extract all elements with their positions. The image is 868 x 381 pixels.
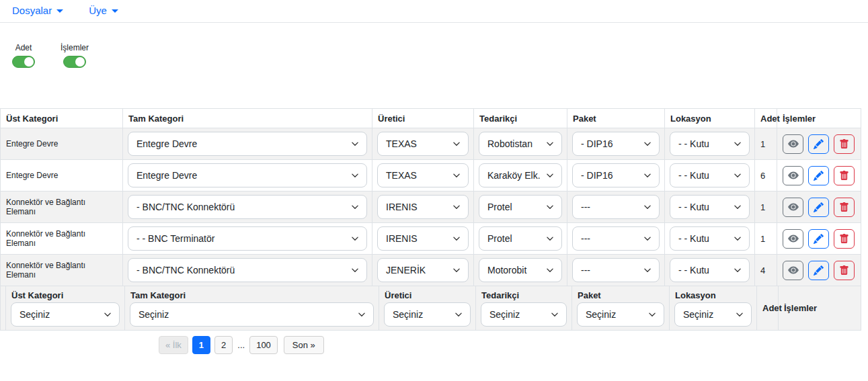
uretici-select[interactable]: TEXAS bbox=[377, 163, 469, 187]
lokasyon-select[interactable]: - - Kutu bbox=[670, 132, 750, 156]
nav-item-dosyalar[interactable]: Dosyalar bbox=[12, 5, 63, 16]
toggle-bar: Adet İşlemler bbox=[12, 43, 868, 68]
chevron-down-icon bbox=[648, 310, 656, 319]
chevron-down-icon bbox=[351, 235, 359, 243]
adet-toggle-switch[interactable] bbox=[12, 56, 35, 68]
delete-button[interactable] bbox=[834, 198, 855, 217]
tam-kategori-select[interactable]: - BNC/TNC Konnektörü bbox=[128, 195, 367, 219]
edit-button[interactable] bbox=[808, 134, 829, 154]
chevron-down-icon bbox=[546, 203, 554, 211]
chevron-down-icon bbox=[546, 140, 554, 148]
table-row: Konnektör ve Bağlantı Elemanı - BNC/TNC … bbox=[1, 255, 861, 286]
filter-ust-kategori-select[interactable]: Seçiniz bbox=[11, 302, 120, 327]
lokasyon-select-value: - - Kutu bbox=[678, 265, 709, 276]
tedarikci-select[interactable]: Protel bbox=[479, 226, 562, 251]
delete-button[interactable] bbox=[834, 229, 855, 249]
uretici-select-value: IRENIS bbox=[386, 202, 418, 212]
nav-item-uye[interactable]: Üye bbox=[89, 5, 118, 16]
filter-label-tedarikci: Tedarikçi bbox=[476, 286, 571, 302]
islemler-toggle-switch[interactable] bbox=[63, 56, 86, 68]
row-actions bbox=[783, 134, 855, 154]
edit-button[interactable] bbox=[808, 198, 829, 217]
lokasyon-select-value: - - Kutu bbox=[678, 202, 709, 212]
adet-cell: 4 bbox=[755, 255, 777, 286]
pencil-icon bbox=[814, 265, 824, 276]
paket-select[interactable]: --- bbox=[572, 195, 660, 219]
delete-button[interactable] bbox=[834, 261, 855, 280]
pencil-icon bbox=[814, 234, 824, 244]
lokasyon-select[interactable]: - - Kutu bbox=[670, 258, 750, 282]
view-button[interactable] bbox=[783, 198, 803, 217]
lokasyon-select-value: - - Kutu bbox=[678, 138, 709, 149]
pagination-page-1-button[interactable]: 1 bbox=[192, 336, 210, 354]
filter-select-value: Seçiniz bbox=[489, 309, 520, 320]
eye-icon bbox=[788, 170, 799, 181]
tedarikci-select[interactable]: Protel bbox=[479, 195, 562, 219]
navbar: Dosyalar Üye bbox=[0, 0, 868, 23]
view-button[interactable] bbox=[783, 229, 803, 249]
eye-icon bbox=[788, 233, 799, 244]
table-row: Konnektör ve Bağlantı Elemanı - BNC/TNC … bbox=[1, 192, 861, 223]
view-button[interactable] bbox=[783, 261, 803, 280]
tam-kategori-select-value: - BNC/TNC Konnektörü bbox=[136, 265, 235, 276]
chevron-down-icon bbox=[452, 266, 461, 274]
filter-paket-select[interactable]: Seçiniz bbox=[577, 302, 664, 327]
row-actions bbox=[783, 261, 855, 280]
view-button[interactable] bbox=[783, 166, 803, 185]
filter-lokasyon-select[interactable]: Seçiniz bbox=[674, 302, 752, 327]
paket-select[interactable]: --- bbox=[572, 258, 660, 282]
lokasyon-select[interactable]: - - Kutu bbox=[670, 163, 750, 187]
lokasyon-select[interactable]: - - Kutu bbox=[670, 226, 750, 251]
view-button[interactable] bbox=[783, 134, 803, 154]
chevron-down-icon bbox=[643, 266, 652, 274]
adet-cell: 1 bbox=[755, 128, 777, 160]
edit-button[interactable] bbox=[808, 229, 829, 249]
filter-tam-kategori-select[interactable]: Seçiniz bbox=[130, 302, 374, 327]
paket-select[interactable]: - DIP16 bbox=[572, 163, 660, 187]
pagination-first-button[interactable]: « İlk bbox=[159, 336, 188, 354]
tedarikci-select[interactable]: Karaköy Elk. bbox=[479, 163, 562, 187]
pagination-page-100-button[interactable]: 100 bbox=[249, 336, 278, 354]
tam-kategori-select[interactable]: Entegre Devre bbox=[128, 132, 367, 156]
filter-label-lokasyon: Lokasyon bbox=[670, 286, 756, 302]
delete-button[interactable] bbox=[834, 134, 855, 154]
tedarikci-select-value: Protel bbox=[487, 233, 512, 244]
table-row: Entegre Devre Entegre Devre TEXAS Roboti… bbox=[1, 128, 861, 160]
edit-button[interactable] bbox=[808, 261, 829, 280]
caret-down-icon bbox=[56, 9, 63, 13]
delete-button[interactable] bbox=[834, 166, 855, 185]
lokasyon-select[interactable]: - - Kutu bbox=[670, 195, 750, 219]
chevron-down-icon bbox=[351, 266, 359, 274]
uretici-select[interactable]: JENERİK bbox=[377, 258, 469, 282]
tam-kategori-select[interactable]: Entegre Devre bbox=[128, 163, 367, 187]
uretici-select[interactable]: IRENIS bbox=[377, 226, 469, 251]
filter-tedarikci-select[interactable]: Seçiniz bbox=[481, 302, 567, 327]
tam-kategori-select[interactable]: - - BNC Terminatör bbox=[128, 226, 367, 251]
eye-icon bbox=[788, 138, 799, 149]
pagination-ellipsis: ... bbox=[237, 340, 245, 350]
column-header-uretici: Üretici bbox=[372, 109, 474, 128]
chevron-down-icon bbox=[734, 266, 742, 274]
parts-table-wrap: Üst Kategori Tam Kategori Üretici Tedari… bbox=[0, 108, 868, 331]
pagination-page-2-button[interactable]: 2 bbox=[214, 336, 233, 354]
tedarikci-select[interactable]: Motorobit bbox=[479, 258, 562, 282]
chevron-down-icon bbox=[455, 310, 463, 319]
filter-uretici-select[interactable]: Seçiniz bbox=[384, 302, 471, 327]
chevron-down-icon bbox=[734, 203, 742, 211]
row-actions bbox=[783, 198, 855, 217]
uretici-select[interactable]: IRENIS bbox=[377, 195, 469, 219]
pagination-last-button[interactable]: Son » bbox=[284, 336, 324, 354]
tedarikci-select[interactable]: Robotistan bbox=[479, 132, 562, 156]
uretici-select-value: JENERİK bbox=[386, 265, 426, 276]
tam-kategori-select[interactable]: - BNC/TNC Konnektörü bbox=[128, 258, 367, 282]
paket-select[interactable]: - DIP16 bbox=[572, 132, 660, 156]
trash-icon bbox=[839, 171, 849, 181]
edit-button[interactable] bbox=[808, 166, 829, 185]
filter-label-uretici: Üretici bbox=[379, 286, 475, 302]
paket-select[interactable]: --- bbox=[572, 226, 660, 251]
filter-select-value: Seçiniz bbox=[683, 309, 713, 320]
uretici-select[interactable]: TEXAS bbox=[377, 132, 469, 156]
filter-label-paket: Paket bbox=[572, 286, 669, 302]
table-row: Konnektör ve Bağlantı Elemanı - - BNC Te… bbox=[1, 223, 861, 255]
filter-select-value: Seçiniz bbox=[393, 309, 423, 320]
